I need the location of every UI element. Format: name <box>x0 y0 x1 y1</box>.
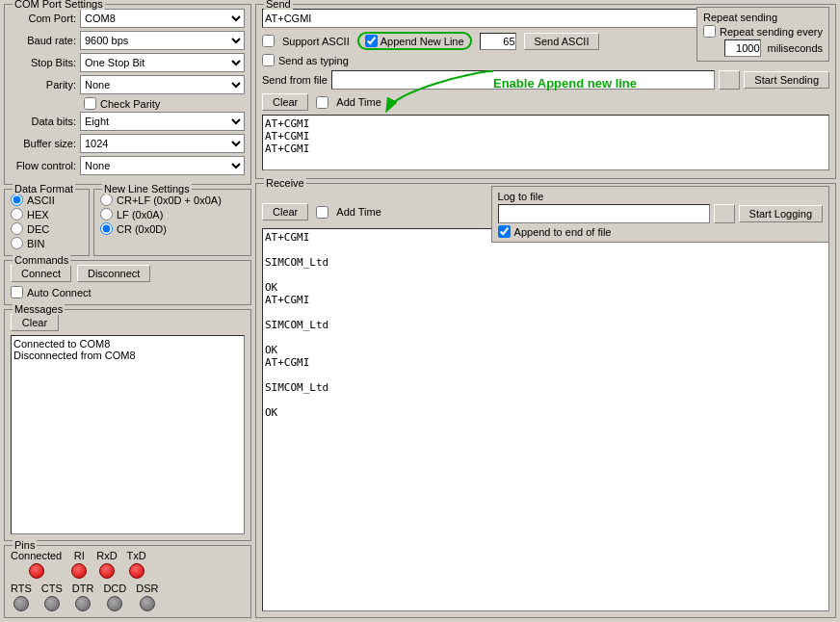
crlf-label: CR+LF (0x0D + 0x0A) <box>117 194 222 206</box>
pins-group: Pins Connected RI RxD TxD <box>4 545 251 618</box>
append-new-line-oval: Append New Line <box>357 32 472 50</box>
disconnect-button[interactable]: Disconnect <box>77 265 150 282</box>
send-textarea[interactable]: AT+CGMI AT+CGMI AT+CGMI <box>262 115 829 170</box>
add-time-checkbox[interactable] <box>316 96 328 109</box>
pin-dsr: DSR <box>136 583 158 611</box>
log-file-input[interactable] <box>498 204 710 223</box>
new-line-title: New Line Settings <box>102 183 192 194</box>
receive-clear-button[interactable]: Clear <box>262 203 308 220</box>
start-sending-button[interactable]: Start Sending <box>744 71 829 89</box>
com-port-select[interactable]: COM8 <box>80 9 245 28</box>
append-new-line-label: Append New Line <box>381 36 464 47</box>
buffer-size-select[interactable]: 1024 <box>80 134 245 153</box>
receive-add-time-checkbox[interactable] <box>316 206 328 219</box>
pin-ri-led <box>71 563 87 579</box>
messages-area: Connected to COM8 Disconnected from COM8 <box>11 335 245 534</box>
send-section: Send Repeat sending Repeat sending every… <box>255 4 836 179</box>
messages-content: Connected to COM8 <box>13 338 242 350</box>
connect-button[interactable]: Connect <box>11 265 71 282</box>
pin-txd: TxD <box>127 550 146 579</box>
commands-group: Commands Connect Disconnect Auto Connect <box>4 260 251 305</box>
send-clear-button[interactable]: Clear <box>262 93 308 111</box>
messages-content2: Disconnected from COM8 <box>13 350 242 361</box>
pin-ri: RI <box>71 550 87 579</box>
check-parity-checkbox[interactable] <box>84 97 96 110</box>
support-ascii-label: Support ASCII <box>282 36 350 47</box>
stop-bits-label: Stop Bits: <box>11 57 80 68</box>
append-to-end-checkbox[interactable] <box>498 225 511 238</box>
pin-dtr-label: DTR <box>72 583 94 594</box>
send-from-file-label: Send from file <box>262 74 328 86</box>
pin-rts-label: RTS <box>11 583 32 594</box>
pin-connected-label: Connected <box>11 550 62 561</box>
send-as-typing-label: Send as typing <box>278 55 349 66</box>
baud-rate-select[interactable]: 9600 bps <box>80 31 245 50</box>
crlf-radio[interactable] <box>100 194 113 206</box>
log-title: Log to file <box>498 191 823 202</box>
bin-radio[interactable] <box>11 237 23 249</box>
pin-dcd: DCD <box>103 583 126 611</box>
pin-cts-led <box>44 596 60 611</box>
append-to-end-label: Append to end of file <box>514 226 612 238</box>
messages-clear-button[interactable]: Clear <box>11 314 59 331</box>
com-port-settings: COM Port Settings Com Port: COM8 Baud ra… <box>4 4 251 185</box>
log-to-file-box: Log to file Start Logging Append to end … <box>491 186 829 243</box>
send-file-input[interactable] <box>331 70 715 90</box>
baud-rate-label: Baud rate: <box>11 35 80 46</box>
com-port-label: Com Port: <box>11 13 80 24</box>
log-file-browse-button[interactable] <box>714 204 735 223</box>
pin-ri-label: RI <box>74 550 85 561</box>
repeat-title: Repeat sending <box>703 12 823 23</box>
pin-rxd-led <box>99 563 115 579</box>
cr-radio[interactable] <box>100 222 113 235</box>
receive-title: Receive <box>264 177 306 189</box>
add-time-label: Add Time <box>336 96 381 108</box>
dec-label: DEC <box>27 223 49 235</box>
parity-select[interactable]: None <box>80 75 245 94</box>
ascii-radio[interactable] <box>11 194 23 206</box>
pin-dsr-led <box>140 596 155 611</box>
bin-label: BIN <box>27 238 44 249</box>
receive-textarea[interactable]: AT+CGMI SIMCOM_Ltd OK AT+CGMI SIMCOM_Ltd… <box>262 228 829 611</box>
hex-radio[interactable] <box>11 208 23 220</box>
receive-add-time-label: Add Time <box>336 206 381 218</box>
data-format-title: Data Format <box>13 183 75 194</box>
commands-title: Commands <box>13 254 70 266</box>
pin-connected-led <box>29 563 44 579</box>
pin-dcd-led <box>107 596 122 611</box>
ascii-num-input[interactable] <box>480 33 516 50</box>
messages-group: Messages Clear Connected to COM8 Disconn… <box>4 309 251 541</box>
pin-rxd: RxD <box>96 550 117 579</box>
data-bits-select[interactable]: Eight <box>80 112 245 131</box>
new-line-settings-group: New Line Settings CR+LF (0x0D + 0x0A) LF… <box>93 189 251 256</box>
data-bits-label: Data bits: <box>11 116 80 127</box>
pins-title: Pins <box>13 539 37 551</box>
hex-label: HEX <box>27 209 49 220</box>
lf-radio[interactable] <box>100 208 113 220</box>
pin-connected: Connected <box>11 550 62 579</box>
send-as-typing-checkbox[interactable] <box>262 54 275 66</box>
pin-cts: CTS <box>41 583 63 611</box>
auto-connect-checkbox[interactable] <box>11 286 23 298</box>
receive-section: Receive Log to file Start Logging <box>255 183 836 618</box>
pin-txd-led <box>129 563 144 579</box>
support-ascii-checkbox[interactable] <box>262 35 275 47</box>
pin-cts-label: CTS <box>41 583 63 594</box>
flow-control-label: Flow control: <box>11 160 80 171</box>
com-port-title: COM Port Settings <box>13 0 105 10</box>
dec-radio[interactable] <box>11 222 23 235</box>
pin-dcd-label: DCD <box>103 583 126 594</box>
append-new-line-checkbox[interactable] <box>365 35 378 47</box>
data-format-group: Data Format ASCII HEX DEC <box>4 189 90 256</box>
ascii-label: ASCII <box>27 194 55 206</box>
send-ascii-button[interactable]: Send ASCII <box>524 33 600 50</box>
flow-control-select[interactable]: None <box>80 156 245 175</box>
stop-bits-select[interactable]: One Stop Bit <box>80 53 245 72</box>
messages-title: Messages <box>13 303 65 315</box>
check-parity-label: Check Parity <box>100 98 160 110</box>
pin-dtr-led <box>75 596 91 611</box>
pin-rts-led <box>13 596 29 611</box>
start-logging-button[interactable]: Start Logging <box>739 205 823 222</box>
lf-label: LF (0x0A) <box>117 209 163 220</box>
send-file-browse-button[interactable] <box>719 70 740 90</box>
